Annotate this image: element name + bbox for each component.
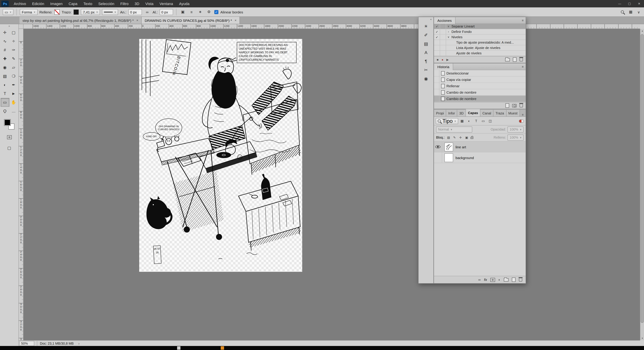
panel-menu-icon[interactable]: ≡ [522,113,526,116]
notes-panel-icon[interactable]: ✂ [420,66,432,74]
histogram-panel-icon[interactable]: ◉ [420,74,432,83]
canvas-viewport[interactable]: BITCOIN [24,29,640,340]
new-adjustment-layer-icon[interactable]: ◐ [498,278,500,281]
tool-preset-picker[interactable]: ▭ ∨ [3,9,14,15]
panel-menu-icon[interactable]: ≡ [522,19,526,22]
path-alignment-icon[interactable]: ≡ [188,9,195,15]
filter-smart-object-icon[interactable]: ◫ [487,118,493,124]
scroll-down-arrow[interactable]: ▼ [640,336,644,340]
brush-tool[interactable]: ✎ [9,54,18,63]
canvas-vertical-scrollbar[interactable]: ▲ ▼ [640,29,644,340]
action-check-icon[interactable]: ✓ [434,24,440,29]
blur-tool[interactable]: ❍ [9,72,18,81]
document-canvas[interactable]: BITCOIN [139,39,302,272]
action-dialog-toggle[interactable] [440,24,446,29]
layer-row-background[interactable]: background [434,152,526,163]
stroke-swatch[interactable] [74,9,79,15]
history-state[interactable]: Cambio de nombre [434,89,526,96]
visibility-cell[interactable] [434,142,442,152]
history-state[interactable]: Capa vía copiar [434,77,526,83]
lock-pixels-icon[interactable]: ✎ [452,136,457,139]
lock-artboard-icon[interactable]: ▣ [464,136,469,139]
edit-toolbar-button[interactable]: … [9,107,18,115]
stroke-width-input[interactable]: 7,41 px ∨ [81,9,100,15]
maximize-button[interactable]: ▢ [624,0,634,8]
history-snapshot-cell[interactable] [434,70,440,76]
quick-selection-tool[interactable]: ✧ [9,37,18,46]
layer-row-line-art[interactable]: line art [434,142,526,152]
path-operations-icon[interactable]: ▣ [180,9,186,15]
lock-position-icon[interactable]: ✛ [458,136,463,139]
action-check-cell[interactable] [434,45,440,50]
layer-style-icon[interactable]: fx [484,278,487,281]
ruler-corner[interactable] [19,24,24,29]
delete-state-icon[interactable] [520,104,523,107]
taskbar-app-icon[interactable] [221,346,224,350]
close-tab-icon[interactable]: × [234,19,237,22]
shape-height-input[interactable]: 0 px [160,9,173,15]
action-dialog-toggle[interactable] [440,45,446,50]
action-dialog-toggle[interactable] [440,35,446,40]
layer-thumbnail[interactable] [444,142,453,151]
new-action-set-icon[interactable] [505,58,510,61]
add-mask-icon[interactable] [490,278,495,282]
adjustments-panel-icon[interactable]: ☀ [420,22,432,31]
action-step[interactable]: Lista Ajuste: Ajuste de niveles [434,45,526,51]
pen-tool[interactable]: ✒ [9,81,18,89]
document-tab-active[interactable]: DRAWING IN CURVED SPACES.jpg al 50% (RGB… [142,17,240,24]
actions-panel-tab[interactable]: Acciones [434,17,455,24]
filter-type-layers-icon[interactable]: T [473,118,479,124]
tab-canales[interactable]: Canal [480,110,494,116]
blend-mode-select[interactable]: Normal ∨ [436,126,472,132]
eyedropper-tool[interactable]: ✑ [9,46,18,54]
menu-filtro[interactable]: Filtro [118,0,132,8]
new-action-icon[interactable] [513,57,516,62]
align-edges-checkbox[interactable]: ✓ [214,10,218,14]
layer-filter-select[interactable]: Tipo ∨ [436,118,458,124]
minimize-button[interactable]: — [615,0,624,8]
new-document-from-state-icon[interactable] [506,103,509,108]
filter-shape-layers-icon[interactable]: ▭ [480,118,486,124]
link-dimensions-icon[interactable]: ∞ [144,9,150,15]
lasso-tool[interactable]: ∿ [0,37,9,46]
action-item[interactable]: ✓ ∨ Niveles [434,35,526,40]
play-icon[interactable]: ▶ [446,58,449,61]
delete-layer-icon[interactable] [519,278,522,281]
chevron-down-icon[interactable]: ∨ [638,10,640,14]
tab-muestras[interactable]: Muest [506,110,520,116]
tool-mode-select[interactable]: Forma ∨ [20,9,38,15]
menu-imagen[interactable]: Imagen [47,0,66,8]
fill-opacity-input[interactable]: 100% ∨ [508,134,524,140]
move-tool[interactable]: ✛ [0,28,9,37]
history-snapshot-cell[interactable] [434,96,440,102]
lock-transparency-icon[interactable]: ▨ [446,136,451,139]
action-check-cell[interactable] [434,51,440,56]
new-snapshot-icon[interactable] [512,104,516,107]
clone-source-panel-icon[interactable]: ▤ [420,39,432,48]
fill-swatch[interactable] [54,9,60,15]
screen-mode-button[interactable]: ▢ [5,144,14,152]
action-step[interactable]: Tipo de ajuste preestablecido: A med... [434,40,526,45]
action-dialog-toggle[interactable] [440,40,446,45]
expander-icon[interactable]: ∨ [446,36,451,39]
menu-seleccion[interactable]: Selección [95,0,117,8]
menu-texto[interactable]: Texto [80,0,96,8]
search-icon[interactable] [621,11,624,14]
menu-3d[interactable]: 3D [132,0,142,8]
clone-stamp-tool[interactable]: ◉ [0,63,9,72]
history-snapshot-cell[interactable] [434,83,440,89]
history-state[interactable]: Deseleccionar [434,70,526,77]
action-item[interactable]: ✓ › Definir Fondo [434,29,526,35]
workspace-switcher-icon[interactable]: ▦ [628,9,634,15]
menu-ventana[interactable]: Ventana [156,0,176,8]
tab-propiedades[interactable]: Propi [434,110,446,116]
action-dialog-toggle[interactable] [440,51,446,56]
stroke-type-select[interactable]: ∨ [102,9,118,15]
filter-adjustment-layers-icon[interactable]: ◐ [466,118,472,124]
link-layers-icon[interactable]: ∞ [478,278,481,281]
action-check-icon[interactable]: ✓ [434,29,440,34]
action-dialog-toggle[interactable] [440,29,446,34]
tab-trazados[interactable]: Traza [494,110,506,116]
document-tab-inactive[interactable]: step by step art painting lighting.psd a… [20,17,142,24]
scrollbar-thumb[interactable] [641,34,644,323]
